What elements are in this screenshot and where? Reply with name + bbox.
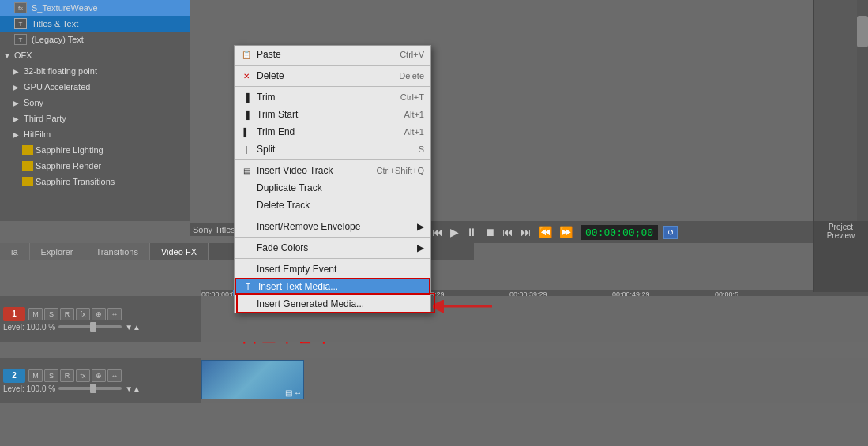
track-solo-btn-1[interactable]: S bbox=[44, 308, 58, 320]
menu-label-split: Split bbox=[257, 144, 275, 155]
track-motion-btn-1[interactable]: ↔ bbox=[107, 308, 122, 320]
tree-item-sapphire-transitions[interactable]: Sapphire Transitions bbox=[0, 174, 190, 189]
menu-item-delete[interactable]: ✕ Delete Delete bbox=[235, 67, 430, 84]
menu-label-trim: Trim bbox=[257, 92, 276, 103]
tab-ia[interactable]: ia bbox=[0, 243, 30, 260]
menu-label-trim-start: Trim Start bbox=[257, 109, 298, 120]
tree-item-titles-text[interactable]: T Titles & Text bbox=[0, 16, 190, 32]
track-motion-btn-2[interactable]: ↔ bbox=[107, 369, 122, 382]
menu-item-insert-text-media[interactable]: T Insert Text Media... bbox=[235, 278, 430, 295]
loop-btn[interactable]: ↺ bbox=[663, 226, 678, 239]
shortcut-trim-start: Alt+1 bbox=[404, 110, 424, 119]
tree-item-hitfilm[interactable]: ▶ HitFilm bbox=[0, 126, 190, 142]
track-level-label-2: Level: 100.0 % bbox=[3, 384, 55, 393]
fast-forward-btn[interactable]: ⏩ bbox=[557, 225, 575, 239]
track-down-btn-1[interactable]: ▼ bbox=[125, 323, 133, 332]
tab-explorer[interactable]: Explorer bbox=[30, 243, 85, 260]
menu-label-insert-empty-event: Insert Empty Event bbox=[257, 264, 336, 275]
menu-item-delete-track[interactable]: Delete Track bbox=[235, 197, 430, 214]
menu-label-delete: Delete bbox=[257, 70, 284, 81]
menu-item-insert-remove-envelope[interactable]: Insert/Remove Envelope ▶ bbox=[235, 218, 430, 235]
separator4 bbox=[235, 216, 430, 216]
shortcut-trim: Ctrl+T bbox=[400, 92, 424, 102]
text-media-icon: T bbox=[241, 280, 255, 293]
tree-item-sapphire-render[interactable]: Sapphire Render bbox=[0, 158, 190, 174]
menu-item-trim-start[interactable]: ▐ Trim Start Alt+1 bbox=[235, 106, 430, 123]
track-compositing-btn-2[interactable]: ⊕ bbox=[92, 369, 106, 382]
track-down-btn-2[interactable]: ▼ bbox=[125, 384, 133, 393]
track-mute-btn-1[interactable]: M bbox=[28, 308, 43, 320]
track-up-btn-1[interactable]: ▲ bbox=[133, 323, 141, 332]
menu-label-duplicate-track: Duplicate Track bbox=[257, 182, 322, 193]
legacy-icon: T bbox=[14, 34, 27, 45]
track-arm-btn-2[interactable]: R bbox=[60, 369, 74, 382]
menu-item-insert-empty-event[interactable]: Insert Empty Event bbox=[235, 260, 430, 278]
pause-btn[interactable]: ⏸ bbox=[464, 225, 479, 239]
paste-icon: 📋 bbox=[239, 48, 254, 61]
expand-icon: ▶ bbox=[13, 130, 22, 139]
track-fx-btn-2[interactable]: fx bbox=[76, 369, 90, 382]
menu-label-insert-video-track: Insert Video Track bbox=[257, 165, 333, 176]
expand-icon: ▼ bbox=[3, 51, 13, 60]
menu-label-paste: Paste bbox=[257, 49, 281, 60]
tree-item-label: Third Party bbox=[24, 114, 66, 123]
track-arm-btn-1[interactable]: R bbox=[60, 308, 74, 320]
track-level-slider-2[interactable] bbox=[58, 387, 122, 390]
track-solo-btn-2[interactable]: S bbox=[44, 369, 58, 382]
slider-thumb-2 bbox=[90, 384, 96, 393]
tab-transitions[interactable]: Transitions bbox=[85, 243, 150, 260]
track-mute-btn-2[interactable]: M bbox=[28, 369, 43, 382]
menu-item-paste[interactable]: 📋 Paste Ctrl+V bbox=[235, 46, 430, 63]
shortcut-paste: Ctrl+V bbox=[400, 50, 424, 59]
menu-item-split[interactable]: | Split S bbox=[235, 141, 430, 158]
tree-item-label: Titles & Text bbox=[32, 19, 78, 28]
tree-item-legacy[interactable]: T (Legacy) Text bbox=[0, 32, 190, 47]
separator3 bbox=[235, 159, 430, 160]
rewind-btn[interactable]: ⏪ bbox=[536, 225, 554, 239]
menu-item-duplicate-track[interactable]: Duplicate Track bbox=[235, 179, 430, 197]
prev-frame-btn[interactable]: ⏮ bbox=[500, 225, 516, 239]
track-row-2: 2 M S R fx ⊕ ↔ Level: 100.0 % ▼ ▲ ▤ ↔ bbox=[0, 358, 868, 403]
scroll-thumb[interactable] bbox=[857, 16, 868, 47]
tree-item-third-party[interactable]: ▶ Third Party bbox=[0, 111, 190, 126]
track-num-row-1: 1 M S R fx ⊕ ↔ bbox=[3, 307, 197, 321]
shortcut-trim-end: Alt+1 bbox=[404, 127, 424, 137]
menu-label-insert-remove-envelope: Insert/Remove Envelope bbox=[257, 221, 360, 232]
menu-label-fade-colors: Fade Colors bbox=[257, 242, 308, 253]
tree-item-s-texture[interactable]: fx S_TextureWeave bbox=[0, 0, 190, 16]
tree-item-sapphire-lighting[interactable]: Sapphire Lighting bbox=[0, 142, 190, 158]
track-level-slider-1[interactable] bbox=[58, 325, 122, 328]
tree-item-gpu[interactable]: ▶ GPU Accelerated bbox=[0, 79, 190, 95]
track-up-btn-2[interactable]: ▲ bbox=[133, 384, 141, 393]
menu-label-insert-generated-media: Insert Generated Media... bbox=[257, 298, 364, 309]
play-from-start-btn[interactable]: ⏮ bbox=[430, 225, 445, 239]
tree-item-sony[interactable]: ▶ Sony bbox=[0, 95, 190, 111]
menu-item-trim-end[interactable]: ▌ Trim End Alt+1 bbox=[235, 123, 430, 141]
tab-label-transitions: Transitions bbox=[96, 247, 138, 257]
scrollbar-v[interactable] bbox=[857, 0, 868, 221]
tab-video-fx[interactable]: Video FX bbox=[150, 243, 209, 260]
separator2 bbox=[235, 86, 430, 87]
video-clip-icons: ▤ ↔ bbox=[285, 388, 302, 397]
next-frame-btn[interactable]: ⏭ bbox=[518, 225, 534, 239]
menu-item-insert-video-track[interactable]: ▤ Insert Video Track Ctrl+Shift+Q bbox=[235, 162, 430, 179]
stop-btn[interactable]: ⏹ bbox=[482, 225, 498, 239]
track-content-2[interactable]: ▤ ↔ bbox=[201, 358, 868, 403]
play-btn[interactable]: ▶ bbox=[448, 225, 461, 239]
track-compositing-btn-1[interactable]: ⊕ bbox=[92, 308, 106, 320]
arrow-annotation bbox=[433, 300, 496, 315]
track-fx-btn-1[interactable]: fx bbox=[76, 308, 90, 320]
tree-item-label: 32-bit floating point bbox=[24, 66, 97, 76]
menu-item-trim[interactable]: ▐ Trim Ctrl+T bbox=[235, 88, 430, 106]
tree-item-ofx[interactable]: ▼ OFX bbox=[0, 47, 190, 63]
menu-item-insert-generated-media[interactable]: Insert Generated Media... bbox=[235, 295, 430, 313]
menu-label-trim-end: Trim End bbox=[257, 126, 295, 137]
track-num-row-2: 2 M S R fx ⊕ ↔ bbox=[3, 369, 197, 383]
tab-label-video-fx: Video FX bbox=[161, 247, 197, 257]
video-clip[interactable]: ▤ ↔ bbox=[201, 360, 304, 399]
track-level-row-1: Level: 100.0 % ▼ ▲ bbox=[3, 323, 197, 332]
expand-icon: ▶ bbox=[13, 67, 22, 76]
menu-item-fade-colors[interactable]: Fade Colors ▶ bbox=[235, 239, 430, 257]
tree-item-label: Sapphire Lighting bbox=[36, 145, 103, 155]
tree-item-32bit[interactable]: ▶ 32-bit floating point bbox=[0, 63, 190, 79]
